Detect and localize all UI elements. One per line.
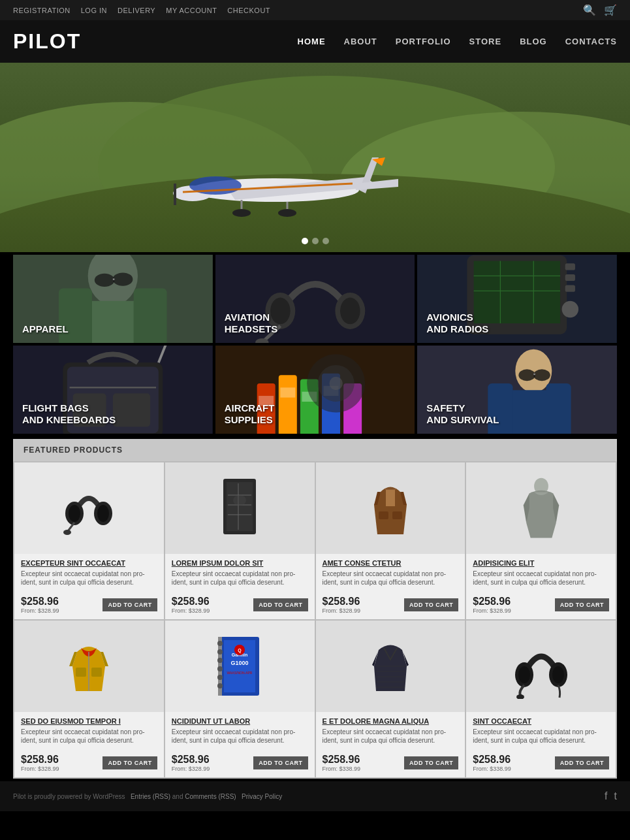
category-flightbags-label: FLIGHT BAGSAND KNEEBOARDS xyxy=(22,402,116,426)
product-desc-1: Excepteur sint occaecat cupidatat non pr… xyxy=(21,570,157,587)
category-safety-label: SAFETYAND SURVIVAL xyxy=(426,402,499,426)
facebook-icon[interactable]: f xyxy=(605,790,607,802)
category-grid: APPAREL AVIATIONHEADSETS xyxy=(0,252,630,436)
product-price-6: $258.96 From: $328.99 xyxy=(172,754,210,772)
cart-icon[interactable]: 🛒 xyxy=(604,4,617,16)
svg-rect-49 xyxy=(113,393,150,427)
category-apparel-label: APPAREL xyxy=(22,323,69,335)
add-to-cart-5[interactable]: ADD TO CART xyxy=(102,756,157,769)
category-flightbags[interactable]: FLIGHT BAGSAND KNEEBOARDS xyxy=(13,346,213,434)
search-icon[interactable]: 🔍 xyxy=(583,4,596,16)
svg-rect-87 xyxy=(379,511,388,519)
svg-point-23 xyxy=(95,274,115,287)
nav-blog[interactable]: BLOG xyxy=(520,37,547,46)
footer-rss-comments[interactable]: Comments (RSS) xyxy=(185,793,236,800)
product-info-6: NCIDIDUNT UT LABOR Excepteur sint occaec… xyxy=(165,712,315,777)
product-image-8 xyxy=(466,621,616,712)
product-card-5: SED DO EIUSMOD TEMPOR I Excepteur sint o… xyxy=(14,621,164,777)
add-to-cart-8[interactable]: ADD TO CART xyxy=(555,756,609,769)
products-grid: EXCEPTEUR SINT OCCAECAT Excepteur sint o… xyxy=(13,461,617,779)
product-price-8: $258.96 From: $338.99 xyxy=(473,754,511,772)
product-desc-7: Excepteur sint occaecat cupidatat non pr… xyxy=(323,728,459,745)
product-price-row-7: $258.96 From: $338.99 ADD TO CART xyxy=(323,750,459,772)
main-nav: PILOT HOME ABOUT PORTFOLIO STORE BLOG CO… xyxy=(0,20,630,63)
nav-store[interactable]: STORE xyxy=(469,37,502,46)
myaccount-link[interactable]: MY ACCOUNT xyxy=(166,7,217,14)
product-title-2: LOREM IPSUM DOLOR SIT xyxy=(172,559,308,567)
svg-text:WAAS/NON-APR: WAAS/NON-APR xyxy=(227,671,253,675)
add-to-cart-4[interactable]: ADD TO CART xyxy=(555,598,609,611)
registration-link[interactable]: REGISTRATION xyxy=(13,7,71,14)
svg-rect-54 xyxy=(278,375,296,434)
delivery-link[interactable]: DELIVERY xyxy=(118,7,155,14)
svg-point-97 xyxy=(217,649,223,654)
product-price-row-4: $258.96 From: $328.99 ADD TO CART xyxy=(473,592,609,614)
category-aircraft-label: AIRCRAFTSUPPLIES xyxy=(225,402,275,426)
add-to-cart-3[interactable]: ADD TO CART xyxy=(404,598,458,611)
footer-social: f t xyxy=(605,790,617,802)
hero-dot-3[interactable] xyxy=(323,238,329,244)
product-title-4: ADIPISICING ELIT xyxy=(473,559,609,567)
product-price-4: $258.96 From: $328.99 xyxy=(473,596,511,614)
category-headsets[interactable]: AVIATIONHEADSETS xyxy=(215,255,415,343)
nav-home[interactable]: HOME xyxy=(298,37,326,46)
svg-rect-69 xyxy=(546,383,571,434)
product-desc-2: Excepteur sint occaecat cupidatat non pr… xyxy=(172,570,308,587)
svg-point-100 xyxy=(217,675,223,680)
hero-dot-2[interactable] xyxy=(312,238,319,244)
product-info-3: AMET CONSE CTETUR Excepteur sint occaeca… xyxy=(316,554,465,619)
twitter-icon[interactable]: t xyxy=(614,790,617,802)
svg-text:Q: Q xyxy=(238,648,242,653)
hero-dot-1[interactable] xyxy=(302,238,308,244)
product-info-1: EXCEPTEUR SINT OCCAECAT Excepteur sint o… xyxy=(14,554,164,619)
footer-rss-entries[interactable]: Entries (RSS) xyxy=(131,793,170,800)
product-price-row-8: $258.96 From: $338.99 ADD TO CART xyxy=(473,750,609,772)
login-link[interactable]: LOG IN xyxy=(81,7,107,14)
category-avionics[interactable]: AVIONICSAND RADIOS xyxy=(417,255,617,343)
svg-point-43 xyxy=(562,301,578,317)
product-title-1: EXCEPTEUR SINT OCCAECAT xyxy=(21,559,157,567)
svg-point-12 xyxy=(232,209,251,217)
nav-contacts[interactable]: CONTACTS xyxy=(565,37,617,46)
svg-point-116 xyxy=(516,694,524,699)
svg-rect-88 xyxy=(392,511,402,519)
svg-rect-41 xyxy=(565,274,575,281)
product-desc-4: Excepteur sint occaecat cupidatat non pr… xyxy=(473,570,609,587)
product-title-3: AMET CONSE CTETUR xyxy=(323,559,459,567)
svg-point-71 xyxy=(534,369,550,381)
product-image-6: Garmin G1000 WAAS/NON-APR Q xyxy=(165,621,315,712)
product-title-6: NCIDIDUNT UT LABOR xyxy=(172,717,308,725)
product-info-7: E ET DOLORE MAGNA ALIQUA Excepteur sint … xyxy=(316,712,465,777)
add-to-cart-1[interactable]: ADD TO CART xyxy=(102,598,157,611)
nav-portfolio[interactable]: PORTFOLIO xyxy=(396,37,451,46)
featured-section: FEATURED PRODUCTS EXCEPTEUR SINT OCCAECA… xyxy=(13,439,617,779)
product-price-3: $258.96 From: $328.99 xyxy=(323,596,361,614)
product-info-4: ADIPISICING ELIT Excepteur sint occaecat… xyxy=(466,554,616,619)
product-image-7 xyxy=(316,621,465,712)
footer-privacy[interactable]: Privacy Policy xyxy=(242,793,282,800)
svg-point-14 xyxy=(278,209,296,217)
category-apparel[interactable]: APPAREL xyxy=(13,255,213,343)
product-info-8: SINT OCCAECAT Excepteur sint occaecat cu… xyxy=(466,712,616,777)
footer-text: Pilot is proudly powered by WordPress En… xyxy=(13,793,282,800)
product-title-5: SED DO EIUSMOD TEMPOR I xyxy=(21,717,157,725)
add-to-cart-7[interactable]: ADD TO CART xyxy=(404,756,458,769)
svg-point-70 xyxy=(519,369,535,381)
category-aircraft[interactable]: AIRCRAFTSUPPLIES xyxy=(215,346,415,434)
product-title-8: SINT OCCAECAT xyxy=(473,717,609,725)
nav-about[interactable]: ABOUT xyxy=(344,37,377,46)
product-card-2: LOREM IPSUM DOLOR SIT Excepteur sint occ… xyxy=(165,462,315,619)
svg-point-75 xyxy=(69,505,80,522)
top-bar: REGISTRATION LOG IN DELIVERY MY ACCOUNT … xyxy=(0,0,630,20)
add-to-cart-6[interactable]: ADD TO CART xyxy=(253,756,307,769)
svg-rect-80 xyxy=(227,482,253,531)
product-price-5: $258.96 From: $328.99 xyxy=(21,754,59,772)
hero-dots xyxy=(302,238,329,244)
category-safety[interactable]: SAFETYAND SURVIVAL xyxy=(417,346,617,434)
svg-point-115 xyxy=(552,666,564,683)
checkout-link[interactable]: CHECKOUT xyxy=(227,7,270,14)
svg-rect-20 xyxy=(84,301,142,343)
add-to-cart-2[interactable]: ADD TO CART xyxy=(253,598,307,611)
svg-point-78 xyxy=(63,530,71,535)
product-card-6: Garmin G1000 WAAS/NON-APR Q NCIDIDUNT UT… xyxy=(165,621,315,777)
